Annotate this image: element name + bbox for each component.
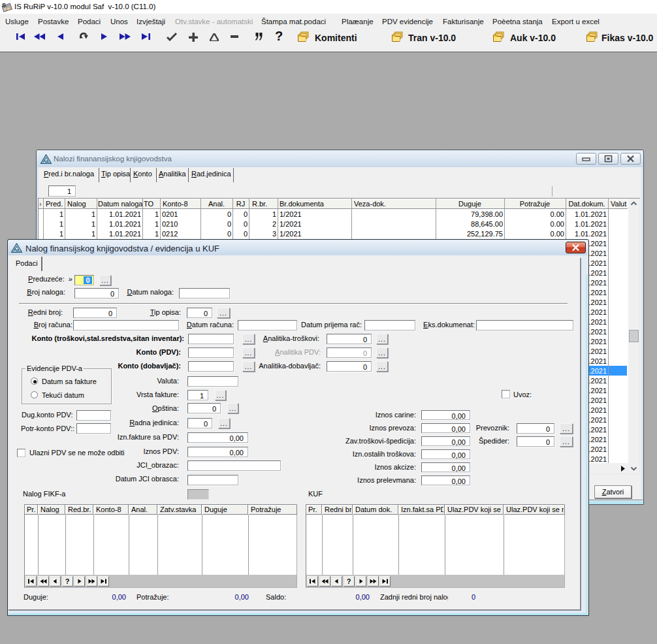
- svg-text:S: S: [2, 2, 6, 8]
